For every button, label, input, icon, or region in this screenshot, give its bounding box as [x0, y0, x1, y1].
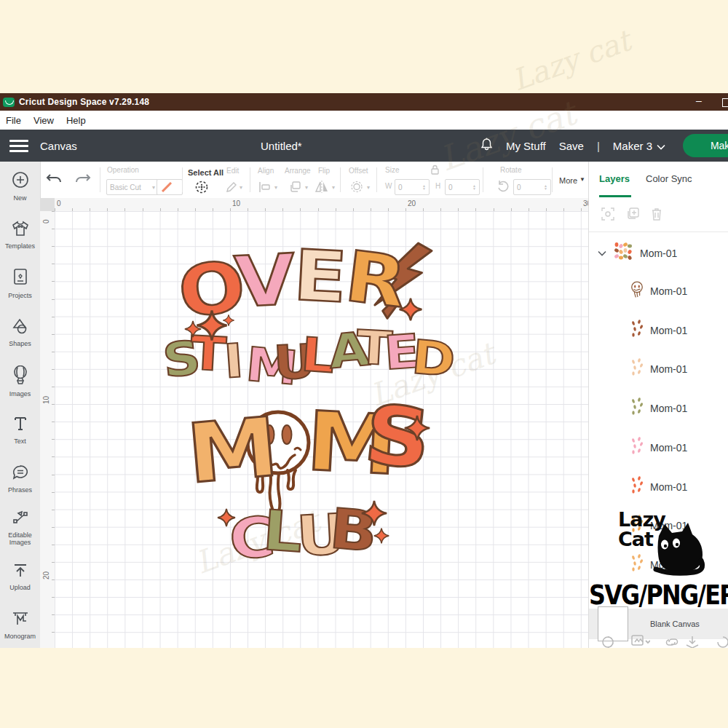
sparkle-icon[interactable] [373, 527, 390, 545]
height-input[interactable]: 0▲▼ [445, 179, 480, 195]
canvas-label: Canvas [40, 140, 77, 152]
width-label: W [385, 182, 392, 190]
layer-row[interactable]: Mom-01 [630, 320, 687, 341]
shirt-icon [11, 220, 30, 240]
layer-row[interactable]: Mom-01 [630, 280, 687, 302]
sidebar-item-text[interactable]: Text [0, 405, 40, 454]
contour-icon[interactable] [716, 635, 728, 648]
app-title: Cricut Design Space v7.29.148 [19, 97, 149, 107]
design-word-moms[interactable]: MMS [191, 402, 427, 483]
speech-bubble-icon [11, 464, 30, 484]
ruler-number: 20 [42, 571, 50, 579]
title-bar: Cricut Design Space v7.29.148 – [0, 93, 728, 111]
design-canvas[interactable]: Lazy cat Lazy cat OVERSTIMULATEDMMSCLUB [55, 211, 588, 648]
design-letter[interactable]: M [183, 408, 256, 494]
text-icon [12, 415, 28, 435]
tab-color-sync[interactable]: Color Sync [646, 173, 692, 184]
header-divider: | [597, 140, 600, 152]
save-link[interactable]: Save [559, 140, 584, 152]
layer-group-row[interactable]: Mom-01 [598, 242, 677, 265]
align-label: Align [258, 167, 274, 175]
sidebar-item-editable-images[interactable]: Editable Images [0, 503, 40, 552]
layer-row[interactable]: Mom-01 [630, 476, 687, 498]
document-title[interactable]: Untitled* [261, 140, 302, 152]
pen-color-swatch[interactable] [157, 179, 183, 195]
design-letter[interactable]: D [410, 333, 445, 382]
size-label: Size [385, 166, 399, 174]
active-tab-underline [599, 195, 631, 197]
slice-icon[interactable] [601, 635, 615, 648]
left-sidebar: NewTemplatesProjectsShapesImagesTextPhra… [0, 162, 41, 648]
sidebar-item-label: Projects [8, 292, 32, 299]
select-all-label[interactable]: Select All [188, 168, 223, 177]
monogram-icon [11, 610, 30, 630]
layer-label: Mom-01 [650, 481, 687, 493]
delete-icon[interactable] [650, 207, 663, 224]
make-button[interactable]: Make [683, 134, 728, 157]
rotate-input[interactable]: 0▲▼ [513, 179, 551, 195]
arrange-icon [289, 181, 302, 193]
bell-icon[interactable] [480, 138, 493, 154]
layer-row[interactable]: Mom-01 [630, 397, 687, 419]
design-word-over[interactable]: OVER [182, 243, 403, 313]
flatten-icon[interactable] [685, 635, 700, 648]
sidebar-item-label: Templates [5, 242, 35, 250]
sidebar-item-new[interactable]: New [0, 162, 40, 210]
rotate-icon [497, 181, 510, 192]
duplicate-icon[interactable] [625, 207, 640, 224]
design-word-club[interactable]: CLUB [232, 508, 365, 563]
menu-view[interactable]: View [31, 113, 60, 128]
app-header: Canvas Untitled* My Stuff Save | Maker 3… [0, 130, 728, 162]
layer-label: Mom-01 [650, 442, 687, 454]
sidebar-item-templates[interactable]: Templates [0, 210, 40, 259]
sparkle-icon[interactable] [216, 507, 237, 528]
sparkle-icon[interactable] [397, 296, 424, 323]
sidebar-item-projects[interactable]: Projects [0, 259, 40, 308]
sidebar-item-shapes[interactable]: Shapes [0, 308, 40, 357]
tab-layers[interactable]: Layers [599, 173, 630, 184]
sidebar-item-label: New [13, 194, 26, 202]
height-label: H [435, 182, 440, 190]
arrange-label: Arrange [285, 167, 311, 175]
sidebar-item-label: Upload [9, 584, 31, 591]
offset-label: Offset [349, 167, 368, 175]
hamburger-menu-icon[interactable] [9, 137, 28, 155]
menu-file[interactable]: File [3, 113, 28, 128]
multi-select-icon[interactable] [601, 207, 615, 224]
undo-icon[interactable] [46, 172, 63, 186]
select-all-icon[interactable] [194, 181, 209, 194]
chevron-down-icon[interactable] [598, 250, 606, 256]
sidebar-item-upload[interactable]: Upload [0, 552, 40, 601]
menu-help[interactable]: Help [63, 113, 92, 128]
combine-icon[interactable] [631, 635, 650, 648]
sidebar-item-label: Shapes [9, 340, 31, 347]
layer-label: Mom-01 [640, 248, 677, 259]
layer-thumbnail [630, 280, 644, 302]
flip-label: Flip [318, 167, 330, 175]
attach-icon[interactable] [665, 635, 679, 648]
balloon-icon [12, 365, 28, 388]
machine-selector[interactable]: Maker 3 [613, 140, 652, 152]
minimize-button[interactable]: – [692, 95, 706, 106]
redo-icon[interactable] [74, 172, 91, 186]
layer-row[interactable]: Mom-01 [630, 358, 687, 380]
sparkle-icon[interactable] [222, 314, 235, 327]
project-card-icon [12, 268, 28, 290]
my-stuff-link[interactable]: My Stuff [506, 140, 546, 152]
more-button[interactable]: More [559, 176, 577, 185]
layer-row[interactable]: Mom-01 [630, 437, 687, 459]
sparkle-icon[interactable] [360, 499, 389, 528]
ruler-horizontal: 0102030 [55, 198, 588, 212]
sidebar-item-monogram[interactable]: Monogram [0, 601, 40, 649]
sidebar-item-phrases[interactable]: Phrases [0, 454, 40, 503]
layer-thumbnail [630, 358, 644, 380]
formats-text: SVG/PNG/EPS [589, 579, 728, 611]
chevron-down-icon[interactable] [657, 140, 665, 152]
operation-select[interactable]: Basic Cut▾ [106, 179, 159, 195]
sidebar-item-images[interactable]: Images [0, 357, 40, 405]
width-input[interactable]: 0▲▼ [395, 179, 430, 195]
layer-label: Mom-01 [650, 285, 687, 297]
maximize-button[interactable] [722, 98, 728, 107]
sparkle-icon[interactable] [403, 414, 432, 443]
ruler-number: 0 [57, 199, 61, 207]
